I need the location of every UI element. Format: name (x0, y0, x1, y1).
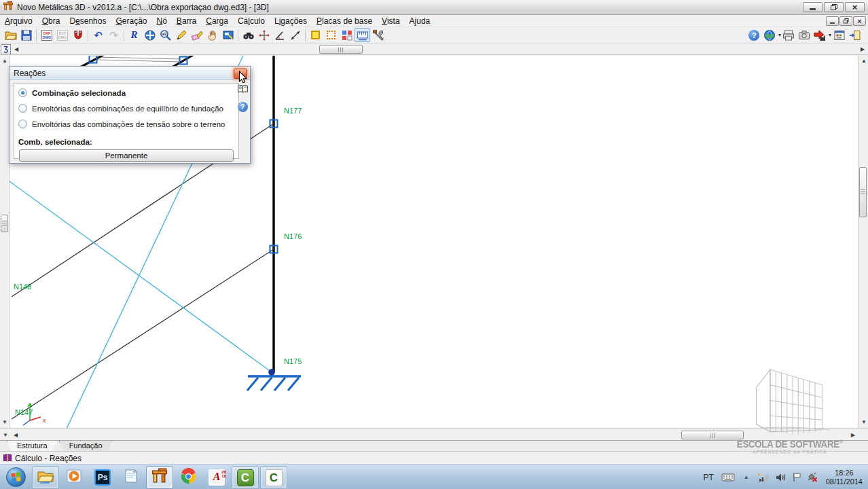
tools-icon[interactable] (370, 28, 386, 42)
restore-button[interactable] (824, 2, 844, 12)
zoom-x2-icon[interactable]: x2 (158, 28, 173, 42)
erase-icon[interactable] (189, 28, 204, 42)
search-icon[interactable] (240, 28, 256, 42)
taskbar-item-chrome[interactable] (175, 466, 202, 489)
tab-fundacao[interactable]: Fundação (59, 441, 113, 452)
save-icon[interactable] (18, 28, 34, 42)
keyboard-icon[interactable] (721, 473, 735, 482)
scroll-left-icon[interactable]: ◀ (14, 433, 18, 438)
menu-geração[interactable]: Geração (111, 16, 151, 26)
help-icon[interactable]: ? (746, 28, 762, 42)
menu-vista[interactable]: Vista (377, 16, 404, 26)
close-button[interactable]: × (845, 2, 865, 12)
scroll-up-icon[interactable]: ▲ (861, 58, 867, 64)
action-center-flag-icon[interactable] (792, 472, 801, 482)
menu-ajuda[interactable]: Ajuda (405, 16, 435, 26)
layer-icon[interactable] (308, 28, 323, 42)
radio-selected-icon[interactable] (18, 88, 27, 97)
structure-member[interactable] (274, 378, 285, 391)
undo-icon[interactable]: ↶ (90, 28, 106, 42)
menu-obra[interactable]: Obra (37, 16, 65, 26)
permanente-button[interactable]: Permanente (19, 149, 234, 162)
dimension-icon[interactable] (287, 28, 303, 42)
dialog-title-bar[interactable]: Reações × (10, 67, 250, 80)
mdi-child-icon[interactable]: Ʒ (1, 44, 11, 54)
left-scroll-thumb[interactable] (1, 215, 8, 232)
selection-icon[interactable] (323, 28, 339, 42)
radio-icon[interactable] (18, 104, 27, 113)
scroll-corner-icon[interactable]: ▼ (3, 433, 8, 438)
network-icon[interactable]: * (758, 472, 770, 482)
right-scroll-thumb[interactable] (859, 167, 867, 217)
taskbar-item-autocad[interactable]: A2010 (203, 466, 230, 489)
menu-nó[interactable]: Nó (152, 16, 172, 26)
structure-member[interactable] (30, 417, 41, 420)
option-combinacao-selecionada[interactable]: Combinação selecionada (18, 87, 234, 98)
structure-member[interactable] (12, 249, 274, 419)
option-envoltorias-equilibrio[interactable]: Envoltórias das combinações de equilíbri… (18, 103, 234, 114)
volume-icon[interactable] (775, 473, 786, 482)
print-icon[interactable] (781, 28, 797, 42)
structure-member[interactable] (247, 378, 258, 391)
start-button[interactable] (0, 465, 31, 489)
menu-placas-de-base[interactable]: Placas de base (312, 16, 377, 26)
taskbar-clock[interactable]: 18:26 08/11/2014 (826, 469, 863, 486)
taskbar-item-wmp[interactable] (60, 466, 88, 489)
scroll-down-icon[interactable]: ▼ (861, 420, 867, 425)
menu-ligações[interactable]: Ligações (270, 16, 312, 26)
exit-icon[interactable] (847, 28, 863, 42)
export-icon[interactable] (812, 28, 828, 42)
measure-icon[interactable] (355, 28, 370, 42)
top-horizontal-scrollbar[interactable]: Ʒ ◀ ▶ (0, 43, 868, 55)
right-vertical-scrollbar[interactable]: ▲ ▼ (858, 56, 868, 428)
scroll-right-icon[interactable]: ▶ (861, 47, 865, 52)
pan-icon[interactable] (204, 28, 220, 42)
report-icon[interactable] (831, 28, 847, 42)
taskbar-item-camtasia-recorder[interactable]: C (232, 466, 259, 489)
menu-arquivo[interactable]: Arquivo (0, 16, 37, 26)
edit-icon[interactable] (173, 28, 189, 42)
structure-member[interactable] (10, 181, 272, 372)
tab-estrutura[interactable]: Estrutura (7, 441, 58, 452)
dxf-import-icon[interactable]: DXFDWG (39, 28, 54, 42)
top-scroll-thumb[interactable] (319, 45, 363, 54)
menu-desenhos[interactable]: Desenhos (65, 16, 111, 26)
taskbar-item-explorer[interactable] (32, 466, 59, 489)
option-envoltorias-tensao[interactable]: Envoltórias das combinações de tensão so… (18, 118, 234, 130)
taskbar-item-notepad[interactable] (117, 466, 145, 489)
redraw-icon[interactable]: R (126, 28, 142, 42)
structure-member[interactable] (261, 378, 272, 391)
structure-member[interactable] (288, 378, 299, 391)
capture-icon[interactable] (797, 28, 812, 42)
scroll-down-icon[interactable]: ▼ (2, 420, 7, 425)
zoom-all-icon[interactable] (142, 28, 158, 42)
taskbar-item-camtasia-studio[interactable]: C (260, 466, 287, 489)
move-node-icon[interactable] (256, 28, 272, 42)
help-icon[interactable]: ? (238, 102, 248, 112)
bottom-horizontal-scrollbar[interactable]: ▼ ◀ ▶ (0, 428, 868, 440)
menu-barra[interactable]: Barra (172, 16, 201, 26)
zoom-window-icon[interactable] (220, 28, 236, 42)
structure-member[interactable] (96, 57, 181, 59)
language-indicator[interactable]: PT (703, 473, 713, 482)
scroll-up-icon[interactable]: ▲ (2, 58, 7, 64)
references-icon[interactable] (339, 28, 355, 42)
scroll-left-icon[interactable]: ◀ (14, 47, 18, 52)
child-minimize-button[interactable] (826, 16, 839, 26)
bottom-scroll-thumb[interactable] (681, 431, 744, 439)
radio-icon[interactable] (18, 120, 27, 128)
taskbar-item-metalicas3d[interactable] (146, 466, 173, 489)
hidden-icons-chevron[interactable]: ▲ (740, 474, 753, 480)
child-close-button[interactable]: × (853, 16, 866, 26)
structure-member[interactable] (23, 420, 30, 425)
menu-cálculo[interactable]: Cálculo (233, 16, 270, 26)
magnet-icon[interactable] (70, 28, 86, 42)
scroll-right-icon[interactable]: ▶ (851, 433, 855, 438)
structure-member[interactable] (96, 60, 181, 62)
open-icon[interactable] (3, 28, 18, 42)
angle-icon[interactable] (272, 28, 287, 42)
no-internet-icon[interactable] (807, 472, 818, 482)
menu-carga[interactable]: Carga (201, 16, 233, 26)
minimize-button[interactable] (803, 2, 822, 12)
child-restore-button[interactable] (839, 16, 852, 26)
